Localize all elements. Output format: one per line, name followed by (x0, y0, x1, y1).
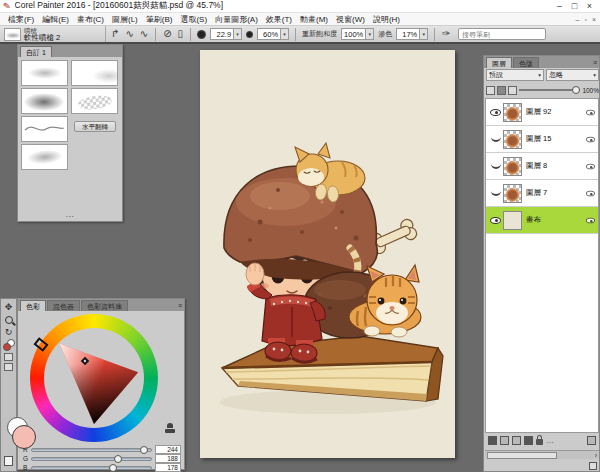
tab-channels[interactable]: 色版 (513, 57, 539, 68)
green-value[interactable]: 188 (155, 454, 181, 463)
layer-link-icon[interactable] (508, 86, 517, 95)
palette-resize-dots[interactable]: ⋯ (18, 214, 122, 220)
opacity-spinner-arrow[interactable]: ▾ (280, 29, 288, 39)
paper-selector-icon[interactable] (4, 353, 13, 361)
blue-value[interactable]: 178 (155, 463, 181, 472)
stroke-style-icon[interactable]: ∿ (124, 27, 134, 41)
commands-overflow-dots[interactable]: … (546, 436, 555, 445)
composite-method-dropdown[interactable]: 預設 ▾ (486, 69, 544, 81)
tab-mixer[interactable]: 混色器 (47, 300, 80, 311)
quick-view-icon[interactable] (4, 456, 13, 466)
new-layer-icon[interactable] (500, 436, 509, 445)
brush-selector[interactable]: 噴槍 軟性噴槍 2 (4, 26, 106, 42)
visibility-eye-icon[interactable] (490, 217, 501, 224)
custom-palette-tab[interactable]: 自訂 1 (20, 46, 52, 57)
brush-preset-1[interactable] (21, 60, 68, 86)
brush-preset-3[interactable] (21, 88, 68, 114)
panel-resize-grip[interactable] (589, 462, 597, 470)
menu-select[interactable]: 選取(S) (176, 14, 211, 25)
composite-depth-dropdown[interactable]: 忽略 ▾ (546, 69, 599, 81)
menu-brushes[interactable]: 筆刷(B) (142, 14, 177, 25)
menu-effects[interactable]: 效果(T) (262, 14, 296, 25)
grabber-tool-icon[interactable]: ✥ (2, 301, 15, 313)
doc-minimize-button[interactable]: – (576, 16, 580, 23)
visibility-eye-closed-icon[interactable] (491, 137, 501, 142)
red-slider-handle[interactable] (140, 446, 148, 454)
tab-color-sets[interactable]: 色彩資料庫 (81, 300, 128, 311)
doc-restore-button[interactable]: ▫ (584, 16, 586, 23)
horizontal-flip-button[interactable]: 水平翻轉 (74, 121, 116, 132)
resat-stepper[interactable]: 100% ▾ (341, 28, 374, 40)
layer-attribute-eye-icon[interactable] (586, 136, 595, 142)
hue-ring[interactable] (30, 314, 158, 442)
brush-calibration-icon[interactable]: ↱ (110, 27, 120, 41)
paper-icon[interactable]: ▯ (177, 27, 185, 41)
menu-window[interactable]: 視窗(W) (332, 14, 369, 25)
new-layer-mask-icon[interactable] (512, 436, 521, 445)
stroke-jitter-icon[interactable]: ∿ (139, 27, 149, 41)
red-slider[interactable] (31, 448, 152, 452)
rotate-page-tool-icon[interactable]: ↻ (2, 326, 15, 338)
visibility-eye-icon[interactable] (490, 109, 501, 116)
layer-row-8[interactable]: 圖層 8 (486, 153, 598, 180)
color-selector-icon[interactable] (3, 339, 15, 351)
layer-adjuster-icon[interactable] (524, 436, 533, 445)
bleed-spinner-arrow[interactable]: ▾ (419, 29, 427, 39)
opacity-stepper[interactable]: 60% ▾ (257, 28, 289, 40)
doc-close-button[interactable]: × (592, 16, 596, 23)
layers-horizontal-scrollbar[interactable]: › (485, 450, 599, 459)
pickup-underlying-icon[interactable] (497, 86, 506, 95)
blue-slider-handle[interactable] (109, 464, 117, 472)
brush-preset-6[interactable] (21, 144, 68, 170)
layer-opacity-handle[interactable] (572, 86, 580, 94)
menu-movie[interactable]: 動畫(M) (296, 14, 332, 25)
blue-slider[interactable] (31, 466, 152, 470)
main-color-swatch[interactable] (12, 425, 36, 449)
layer-row-7[interactable]: 圖層 7 (486, 180, 598, 207)
color-panel-menu-icon[interactable]: ≡ (178, 300, 182, 311)
delete-layer-icon[interactable] (587, 436, 596, 445)
document-canvas[interactable] (200, 50, 455, 458)
tab-layers[interactable]: 圖層 (486, 57, 512, 68)
menu-canvas[interactable]: 畫布(C) (73, 14, 108, 25)
close-button[interactable]: × (582, 0, 597, 12)
menu-help[interactable]: 說明(H) (369, 14, 404, 25)
brush-size-stepper[interactable]: 22.9 ▾ (210, 28, 242, 40)
layer-attribute-eye-icon[interactable] (586, 190, 595, 196)
maximize-button[interactable]: □ (567, 0, 582, 12)
layer-row-15[interactable]: 圖層 15 (486, 126, 598, 153)
dynamic-plugins-icon[interactable] (488, 436, 497, 445)
brush-size-spinner-arrow[interactable]: ▾ (233, 29, 241, 39)
lock-layer-icon[interactable] (536, 439, 543, 445)
layer-attribute-eye-icon[interactable] (586, 109, 595, 115)
visibility-eye-closed-icon[interactable] (491, 191, 501, 196)
magnifier-tool-icon[interactable] (5, 316, 13, 324)
pattern-selector-icon[interactable] (4, 363, 13, 371)
scrollbar-thumb[interactable] (487, 452, 557, 459)
layer-attribute-eye-icon[interactable] (586, 163, 595, 169)
tab-color[interactable]: 色彩 (20, 300, 46, 311)
brush-preset-2[interactable] (71, 60, 118, 86)
green-slider-handle[interactable] (114, 455, 122, 463)
layer-opacity-slider[interactable] (519, 89, 580, 91)
minimize-button[interactable]: – (552, 0, 567, 12)
eraser-mode-icon[interactable]: ⊘ (162, 27, 172, 41)
layers-panel-menu-icon[interactable]: ≡ (593, 57, 597, 68)
preserve-transparency-icon[interactable] (486, 86, 495, 95)
layer-row-canvas[interactable]: 畫布 (486, 207, 598, 234)
menu-layers[interactable]: 圖層(L) (108, 14, 142, 25)
brush-preset-4[interactable] (71, 88, 118, 114)
green-slider[interactable] (31, 457, 152, 461)
clone-color-icon[interactable] (164, 423, 176, 435)
resat-spinner-arrow[interactable]: ▾ (365, 29, 373, 39)
brush-preset-5[interactable] (21, 116, 68, 142)
advanced-brush-icon[interactable]: ✑ (441, 27, 451, 41)
scroll-right-arrow[interactable]: › (595, 452, 599, 459)
layer-attribute-eye-icon[interactable] (586, 217, 595, 223)
red-value[interactable]: 244 (155, 445, 181, 454)
layer-row-92[interactable]: 圖層 92 (486, 99, 598, 126)
menu-file[interactable]: 檔案(F) (4, 14, 38, 25)
bleed-stepper[interactable]: 17% ▾ (396, 28, 428, 40)
visibility-eye-closed-icon[interactable] (491, 164, 501, 169)
brush-search-input[interactable] (458, 28, 546, 40)
